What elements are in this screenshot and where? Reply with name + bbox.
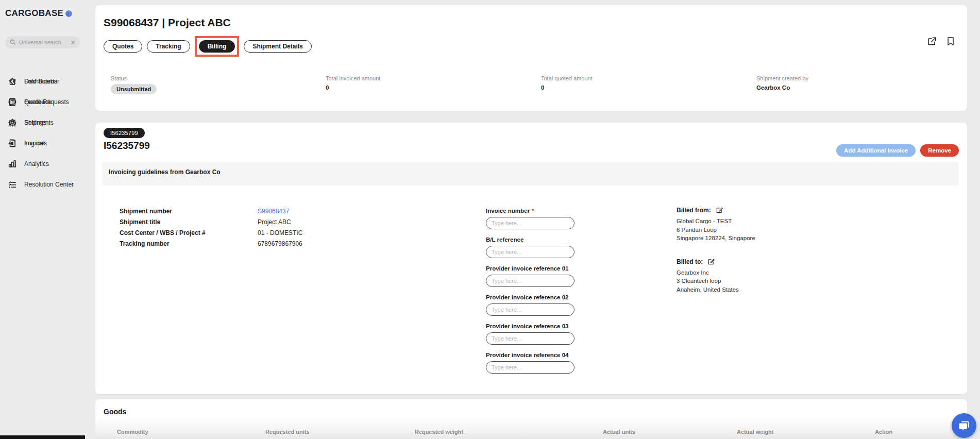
summary-value: 0 (541, 85, 593, 91)
invoice-number-input[interactable] (486, 217, 575, 229)
gear-icon (7, 118, 17, 128)
sidebar-item-settings[interactable]: Settings (0, 112, 85, 133)
billed-to-block: Billed to: Gearbox Inc 3 Cleantech loop … (677, 258, 821, 294)
form-group-provider-ref-03: Provider invoice reference 03 (486, 323, 575, 345)
sidebar-item-logout[interactable]: Log out (0, 133, 85, 154)
tab-tracking[interactable]: Tracking (147, 40, 190, 53)
form-group-provider-ref-02: Provider invoice reference 02 (486, 294, 575, 316)
summary-total-quoted: Total quoted amount 0 (541, 75, 593, 91)
detail-value: Project ABC (258, 218, 291, 226)
universal-search[interactable]: ✕ (5, 36, 80, 48)
field-label: Provider invoice reference 04 (486, 351, 575, 359)
add-additional-invoice-button[interactable]: Add Additional Invoice (836, 144, 916, 157)
logout-icon (7, 139, 17, 148)
clear-search-icon[interactable]: ✕ (71, 40, 75, 45)
billed-to-line: Anaheim, United States (677, 285, 821, 294)
summary-status: Status Unsubmitted (111, 75, 157, 94)
form-group-provider-ref-04: Provider invoice reference 04 (486, 351, 575, 374)
summary-label: Shipment created by (756, 75, 808, 81)
detail-label: Shipment number (120, 208, 258, 215)
summary-created-by: Shipment created by Gearbox Co (756, 75, 808, 91)
field-label: Provider invoice reference 03 (486, 323, 575, 330)
billed-from-block: Billed from: Global Cargo - TEST 6 Panda… (677, 207, 821, 243)
goods-table-header: Commodity Requested units Requested weig… (95, 429, 967, 436)
form-group-invoice-number: Invoice number* (486, 207, 575, 229)
summary-total-invoiced: Total invoiced amount 0 (326, 75, 380, 91)
bookmark-icon[interactable] (945, 36, 956, 46)
invoice-buttons: Add Additional Invoice Remove (836, 144, 959, 157)
summary-label: Total invoiced amount (326, 75, 380, 81)
search-icon (10, 39, 16, 45)
column-header-actual-weight: Actual weight (737, 429, 774, 435)
sidebar-item-label: Log out (24, 140, 45, 147)
sidebar-item-feedback[interactable]: Feedback (0, 92, 85, 112)
provider-invoice-ref-01-input[interactable] (486, 275, 575, 287)
column-header-requested-units: Requested units (265, 429, 310, 435)
shipment-number-link[interactable]: S99068437 (258, 208, 289, 215)
cargobase-logo: CARGOBASE (0, 0, 85, 19)
status-badge: Unsubmitted (111, 84, 157, 94)
detail-value: 01 - DOMESTIC (258, 229, 302, 237)
billed-to-line: 3 Cleantech loop (677, 277, 821, 285)
tab-bar: Quotes Tracking Billing Shipment Details (104, 35, 312, 58)
header-action-icons (927, 36, 956, 46)
search-input[interactable] (19, 39, 68, 45)
tab-shipment-details[interactable]: Shipment Details (244, 40, 311, 53)
detail-value: 6789679867906 (258, 240, 302, 247)
provider-invoice-ref-04-input[interactable] (486, 361, 575, 374)
sidebar-item-label: Feedback (24, 98, 52, 106)
billed-from-line: 6 Pandan Loop (677, 226, 821, 234)
chat-widget-button[interactable] (952, 413, 976, 438)
detail-label: Shipment title (120, 218, 258, 226)
detail-row-tracking-number: Tracking number 6789679867906 (120, 240, 449, 247)
edit-billed-from-icon[interactable] (716, 207, 723, 214)
invoice-form: Invoice number* B/L reference Provider i… (486, 207, 575, 380)
goods-section-title: Goods (104, 408, 126, 416)
chevrons-left-icon (7, 77, 17, 87)
chat-bubble-icon (958, 419, 970, 432)
sidebar-item-label: Settings (24, 119, 46, 126)
shipment-details-list: Shipment number S99068437 Shipment title… (120, 208, 449, 251)
detail-row-cost-center: Cost Center / WBS / Project # 01 - DOMES… (120, 229, 449, 237)
share-icon[interactable] (927, 36, 937, 46)
shipment-header-card: S99068437 | Project ABC Quotes Tracking … (95, 5, 967, 111)
column-header-actual-units: Actual units (603, 429, 635, 435)
detail-row-shipment-title: Shipment title Project ABC (120, 218, 449, 226)
billed-from-line: Global Cargo - TEST (677, 217, 821, 226)
field-label: B/L reference (486, 236, 575, 244)
form-group-bl-reference: B/L reference (486, 236, 575, 258)
billed-to-label: Billed to: (677, 258, 703, 265)
edit-billed-to-icon[interactable] (707, 258, 715, 265)
provider-invoice-ref-02-input[interactable] (486, 303, 575, 316)
invoice-card: I56235799 I56235799 Add Additional Invoi… (95, 123, 967, 394)
goods-card: Goods Commodity Requested units Requeste… (95, 399, 967, 439)
sidebar-footer-nav: Fold Sidebar Feedback Settings Log out (0, 71, 85, 432)
detail-row-shipment-number: Shipment number S99068437 (120, 208, 449, 215)
logo-text: CARGOBASE (5, 8, 63, 19)
detail-label: Cost Center / WBS / Project # (120, 229, 258, 237)
bl-reference-input[interactable] (486, 246, 575, 258)
detail-label: Tracking number (120, 240, 258, 247)
column-header-action: Action (875, 429, 892, 435)
invoicing-guidelines-panel: Invoicing guidelines from Gearbox Co (102, 162, 958, 185)
field-label: Provider invoice reference 01 (486, 265, 575, 273)
tab-billing[interactable]: Billing (199, 40, 235, 53)
sidebar: CARGOBASE ✕ Dashboard Quote Requests (0, 0, 85, 439)
invoice-number-badge: I56235799 (104, 128, 145, 138)
summary-value: 0 (326, 85, 380, 91)
summary-value: Gearbox Co (756, 85, 808, 91)
required-asterisk: * (532, 208, 534, 214)
sidebar-item-label: Fold Sidebar (24, 78, 59, 85)
field-label: Provider invoice reference 02 (486, 294, 575, 301)
page-title: S99068437 | Project ABC (104, 16, 231, 29)
billing-parties: Billed from: Global Cargo - TEST 6 Panda… (677, 207, 821, 294)
provider-invoice-ref-03-input[interactable] (486, 332, 575, 345)
form-group-provider-ref-01: Provider invoice reference 01 (486, 265, 575, 287)
invoicing-guidelines-text: Invoicing guidelines from Gearbox Co (109, 168, 221, 176)
invoice-title: I56235799 (104, 140, 150, 151)
sidebar-bottom-strip (0, 435, 85, 439)
billed-from-label: Billed from: (677, 207, 711, 214)
remove-invoice-button[interactable]: Remove (920, 144, 959, 157)
sidebar-item-fold-sidebar[interactable]: Fold Sidebar (0, 71, 85, 92)
tab-quotes[interactable]: Quotes (104, 40, 142, 53)
